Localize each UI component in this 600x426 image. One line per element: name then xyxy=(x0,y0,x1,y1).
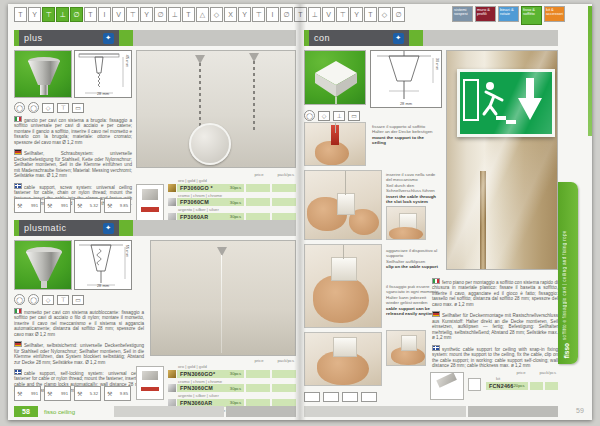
table-row: argento | silber | silver FPN3060AR30pcs xyxy=(168,393,296,407)
plusmatic-product-photo xyxy=(14,240,72,290)
language-flag-icon xyxy=(14,149,22,155)
product-thumb-icon: T xyxy=(182,7,195,22)
thumb-product-part-red xyxy=(141,387,159,391)
category-tab: fisso & soffitto xyxy=(521,6,542,25)
category-tab: muro & profili xyxy=(475,6,496,22)
screen-icon: ▭ xyxy=(72,295,84,305)
finish-chip-icon xyxy=(168,370,176,378)
caption-it: agganciare il dispositivo al supporto xyxy=(386,248,440,259)
description-paragraph: Seilhalter für Deckenmontage mit Rastsch… xyxy=(432,311,558,340)
article-code: FP3060CM xyxy=(180,199,230,205)
table-row: oro | gold | gold FP3060GO *30pcs xyxy=(168,178,296,192)
pack-cell xyxy=(272,184,296,192)
plusmatic-description-paragraphs: morsetto per cavi con sistema autoblocca… xyxy=(14,308,144,397)
footer-bar xyxy=(114,406,224,417)
accessory-box: ⚒991 xyxy=(14,198,41,213)
detail-inset-photo xyxy=(189,123,231,165)
language-flag-icon xyxy=(14,369,22,375)
con-step3-photo xyxy=(304,244,382,328)
hanging-chain xyxy=(253,61,255,131)
thumb-product-part-red xyxy=(141,207,159,212)
header-gray-bar xyxy=(133,30,296,46)
product-thumb-icon: X xyxy=(224,7,237,22)
thumb-product-part xyxy=(142,189,158,200)
plus-product-photo xyxy=(14,50,72,98)
con-order-table: price pack/pcs kit FCN246620pcs xyxy=(486,370,558,390)
language-flag-icon xyxy=(14,116,22,122)
con-description-paragraphs: ferro piano per montaggio a soffitto con… xyxy=(432,278,558,373)
anchor-funnel-icon: ⊤ xyxy=(57,103,69,113)
section-header-plus: plus ✦ xyxy=(14,30,296,46)
screen-icon: ▭ xyxy=(348,111,360,121)
hand xyxy=(313,275,369,323)
description-paragraph: Seilhalter, selbstsichernd: universelle … xyxy=(14,341,144,365)
finish-chip-icon xyxy=(168,198,176,206)
page-edge-green-strip xyxy=(588,6,592,136)
accessory-icon: ⚒ xyxy=(107,390,112,397)
pack-qty-badge: 30pcs xyxy=(230,400,241,405)
drawing-dimension-bottom: 28 mm xyxy=(97,91,109,96)
plus-application-photo xyxy=(136,50,296,168)
product-thumb-icon: V xyxy=(112,7,125,22)
accessory-code: 9.85 xyxy=(120,391,128,396)
plusmatic-table-thumb-photo xyxy=(136,366,164,400)
article-code: FPN3060AR xyxy=(180,400,230,406)
description-paragraph: Seilhalter, Schraubsystem: universelle D… xyxy=(14,149,132,178)
load-bag-icon: ◇ xyxy=(318,111,330,121)
header-gray-bar xyxy=(423,30,558,46)
pack-cell xyxy=(272,370,296,378)
plusmatic-accessory-row: ⚒991 ⚒991 ⚒5.32 ⚒9.85 xyxy=(14,386,131,401)
brand-logo-icon: ✦ xyxy=(103,223,114,234)
language-flag-icon xyxy=(14,341,22,347)
price-cell xyxy=(246,370,270,378)
language-flag-icon xyxy=(432,345,440,351)
description-paragraph: ferro piano per montaggio a soffitto con… xyxy=(432,278,558,307)
hand xyxy=(389,227,423,240)
caption-en: insert the cable through the slot lock s… xyxy=(386,194,440,205)
footer-bar xyxy=(304,406,466,417)
load-bag-icon: ◇ xyxy=(42,295,54,305)
con-note-detail-photo xyxy=(386,330,426,366)
plus-certification-icons: ◯ ◯ ◇ ⊤ ▭ xyxy=(14,102,84,113)
pack-qty-badge: 30pcs xyxy=(230,185,241,190)
finish-chip-icon xyxy=(168,384,176,392)
header-gray-bar xyxy=(133,220,296,236)
accessory-icon: ⚒ xyxy=(47,202,52,209)
table-header-pack: pack/pcs xyxy=(277,172,294,177)
language-flag-icon xyxy=(14,308,22,314)
accessory-code: 991 xyxy=(31,203,38,208)
product-thumb-icon: I xyxy=(266,7,279,22)
page-number-right: 59 xyxy=(576,407,584,414)
section-header-con: con ✦ xyxy=(304,30,558,46)
product-index-strip: T Y ⊤ ⊥ ∅ T I V ⊤ Y ∅ ⊥ T △ ◇ X Y ⊤ I ∅ … xyxy=(14,7,405,22)
table-header-price: price xyxy=(254,172,263,177)
plus-technical-drawing: 45 mm 28 mm xyxy=(74,50,132,98)
accessory-code: 991 xyxy=(61,391,68,396)
side-tab-text: soffitto e fissaggio cavi | ceiling and … xyxy=(562,190,567,340)
product-thumb-icon: ⊤ xyxy=(42,7,55,22)
pack-qty-badge: 20pcs xyxy=(513,383,524,388)
product-thumb-icon: V xyxy=(322,7,335,22)
product-thumb-icon: Y xyxy=(350,7,363,22)
con-step2-detail-photo xyxy=(386,206,426,240)
drawing-dimension-side: 45 mm xyxy=(125,54,130,66)
header-green-block xyxy=(119,220,133,236)
con-step1-caption: fissare il supporto al soffitto Halter a… xyxy=(372,124,438,146)
finish-option-box xyxy=(304,392,320,402)
con-table-thumb-photo xyxy=(430,372,464,400)
product-thumb-icon: Y xyxy=(238,7,251,22)
product-thumb-icon: ⊥ xyxy=(308,7,321,22)
plusmatic-technical-drawing: 55 mm 28 mm xyxy=(74,240,132,290)
con-product-photo xyxy=(304,50,366,105)
table-header-pack: pack/pcs xyxy=(277,358,294,363)
hanging-wire xyxy=(221,255,222,353)
pack-cell xyxy=(272,198,296,206)
language-flag-icon xyxy=(432,311,440,317)
ceiling-clamp-icon xyxy=(217,247,227,256)
variant-label: argento | silber | silver xyxy=(178,207,296,212)
section-title-plusmatic: plusmatic xyxy=(24,223,103,233)
accessory-icon: ⚒ xyxy=(77,390,82,397)
footer-right xyxy=(304,406,558,417)
wire xyxy=(343,245,344,259)
product-thumb-icon: Y xyxy=(28,7,41,22)
